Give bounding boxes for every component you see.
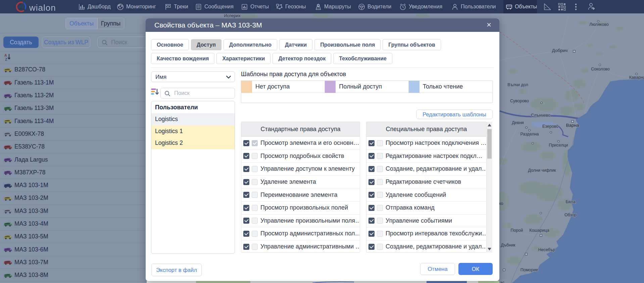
svg-text:Разделна: Разделна <box>520 132 539 136</box>
svg-text:Суворово: Суворово <box>510 99 529 103</box>
svg-text:Z: Z <box>5 57 7 61</box>
svg-text:Езерово: Езерово <box>542 124 558 129</box>
svg-text:Долни чифлик: Долни чифлик <box>528 168 556 173</box>
svg-text:Порой: Порой <box>511 228 523 233</box>
svg-text:Несебър: Несебър <box>538 247 555 252</box>
svg-text:Исперих: Исперих <box>224 13 241 18</box>
svg-text:Обзор: Обзор <box>564 213 577 217</box>
svg-text:Бяла: Бяла <box>565 200 575 204</box>
svg-text:Варна: Варна <box>566 123 579 128</box>
svg-text:Дъбник: Дъбник <box>501 243 515 247</box>
svg-text:Вълчи дол: Вълчи дол <box>507 82 528 87</box>
svg-text:A: A <box>4 53 7 57</box>
svg-text:Добрич: Добрич <box>552 48 568 53</box>
svg-text:Люляково: Люляково <box>589 22 608 27</box>
svg-text:Поморие: Поморие <box>521 268 538 272</box>
svg-text:Кошарица: Кошарица <box>529 228 549 233</box>
svg-text:Каварна: Каварна <box>629 75 644 80</box>
svg-text:Соколово: Соколово <box>591 67 610 71</box>
svg-text:Девня: Девня <box>512 120 524 125</box>
svg-text:Приселци: Приселци <box>549 143 568 148</box>
svg-text:Слънчево: Слънчево <box>531 113 550 118</box>
